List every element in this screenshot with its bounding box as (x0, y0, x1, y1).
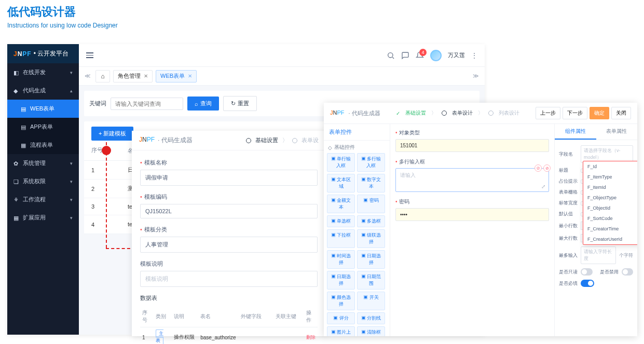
tab-form-props[interactable]: 表单属性 (596, 124, 638, 140)
user-name: 万又莲 (448, 51, 465, 59)
sidebar-item-workflow[interactable]: ⚘工作流程 ▾ (7, 190, 79, 209)
sidebar-item-system[interactable]: ✿系统管理 ▾ (7, 154, 79, 172)
flow-icon: ▦ (21, 142, 27, 148)
canvas-field-object-type[interactable]: 151001 (395, 139, 549, 152)
control-chip[interactable]: ▣ 日期范围 (357, 271, 385, 290)
home-icon: ⌂ (101, 73, 104, 80)
dropdown-item[interactable]: F_ItemType (583, 172, 637, 182)
close-button[interactable]: 关闭 (611, 107, 631, 119)
control-chip[interactable]: ▣ 图片上传 (327, 326, 355, 336)
template-name-input[interactable]: 调假申请 (140, 170, 318, 186)
control-chip[interactable]: ▣ 日期选择 (327, 271, 355, 290)
control-chip[interactable]: ▣ 评分 (327, 312, 355, 324)
reset-button[interactable]: ↻重置 (223, 96, 257, 111)
step-dot-icon (292, 138, 297, 143)
tab-component-props[interactable]: 组件属性 (555, 124, 596, 140)
expand-icon[interactable]: ⤢ (541, 184, 545, 189)
control-chip[interactable]: ▣ 级联选择 (357, 229, 385, 248)
basic-settings-panel: JNPF· 代码生成器 基础设置 〉 表单设 模板名称调假申请 模板编码QJ15… (132, 131, 326, 336)
close-icon[interactable]: ✕ (188, 73, 192, 79)
home-tab[interactable]: ⌂ (95, 70, 110, 82)
control-chip[interactable]: ▣ 单选框 (327, 215, 355, 227)
table-row[interactable]: 1主表操作权限base_authorize删除 (140, 327, 318, 345)
control-chip[interactable]: ▣ 开关 (357, 292, 385, 310)
section-title: 数据表 (140, 294, 318, 302)
search-button[interactable]: ⌕查询 (187, 97, 219, 111)
canvas-field-textarea[interactable]: 请输入 ℗⊘ ⤢ (395, 168, 549, 192)
copy-icon[interactable]: ℗ (535, 164, 542, 172)
next-step-button[interactable]: 下一步 (563, 107, 587, 119)
dropdown-item[interactable]: F_SortCode (583, 213, 637, 224)
dropdown-item[interactable]: F_ObjectType (583, 192, 637, 203)
more-icon[interactable]: ⋮ (471, 52, 477, 59)
control-chip[interactable]: ▣ 数字文本 (357, 174, 385, 192)
menu-toggle-button[interactable] (86, 52, 93, 58)
field-name-select[interactable]: 请选择字段名（v-model） (581, 145, 633, 163)
field-label: 模板编码 (140, 193, 318, 201)
control-chip[interactable]: ▣ 多行输入框 (357, 153, 385, 172)
template-desc-input[interactable]: 模板说明 (140, 271, 318, 287)
control-chip[interactable]: ▣ 清除框 (357, 326, 385, 336)
tab-role[interactable]: 角色管理✕ (113, 70, 153, 82)
step-dot-icon (246, 138, 251, 143)
canvas[interactable]: 对象类型151001 多行输入框 请输入 ℗⊘ ⤢ 密码•••• (390, 124, 554, 336)
disabled-toggle[interactable] (622, 268, 634, 276)
control-chip[interactable]: ▣ 时间选择 (327, 250, 355, 269)
control-chip[interactable]: ▣ 金额文本 (327, 195, 355, 213)
control-chip[interactable]: ▣ 日期选择 (357, 250, 385, 269)
required-toggle[interactable] (581, 280, 594, 287)
doc-subtitle: Instructions for using low code Designer (7, 22, 637, 29)
control-chip[interactable]: ▣ 下拉框 (327, 229, 355, 248)
readonly-toggle[interactable] (581, 268, 593, 276)
control-chip[interactable]: ▣ 多选框 (357, 215, 385, 227)
close-icon[interactable]: ✕ (144, 73, 148, 79)
sidebar-item-extension[interactable]: ▦扩展应用 ▾ (7, 209, 79, 227)
field-dropdown[interactable]: F_IdF_ItemTypeF_ItemIdF_ObjectTypeF_Obje… (583, 161, 637, 245)
max-chars-input[interactable]: 请输入字符长度 (581, 246, 616, 264)
control-chip[interactable]: ▣ 颜色选择 (327, 292, 355, 310)
grid-icon: ▦ (13, 215, 20, 221)
new-template-button[interactable]: + 新建模板 (91, 127, 133, 141)
shield-icon: ❏ (13, 178, 20, 185)
gear-icon: ✿ (13, 160, 20, 167)
dropdown-item[interactable]: F_Id (583, 161, 637, 172)
notification-badge: 4 (419, 49, 427, 56)
avatar[interactable] (430, 50, 442, 61)
sidebar-item-permission[interactable]: ❏系统权限 ▾ (7, 172, 79, 190)
control-chip[interactable]: ▣ 单行输入框 (327, 153, 355, 172)
chevron-down-icon: ▾ (70, 179, 73, 184)
canvas-field-password[interactable]: •••• (395, 208, 549, 221)
highlight-pin-icon (102, 146, 111, 155)
delete-link[interactable]: 删除 (306, 335, 316, 340)
check-icon: ✓ (396, 111, 400, 116)
dropdown-item[interactable]: F_CreatorUserId (583, 234, 637, 244)
template-category-input[interactable]: 人事管理 (140, 237, 318, 253)
control-chip[interactable]: ▣ 密码 (357, 195, 385, 213)
search-input[interactable] (111, 98, 183, 110)
sidebar-item-flow-form[interactable]: ▦流程表单 (7, 136, 79, 154)
chevron-up-icon: ▴ (70, 88, 73, 93)
bell-icon[interactable]: 4 (416, 51, 424, 60)
sidebar-item-codegen[interactable]: ◆代码生成 ▴ (7, 81, 79, 100)
confirm-button[interactable]: 确定 (590, 107, 609, 119)
sidebar-item-online-dev[interactable]: ◧在线开发 ▾ (7, 63, 79, 81)
sidebar-item-web-form[interactable]: ▤WEB表单 (7, 100, 79, 118)
dropdown-item[interactable]: F_CreatorTime (583, 224, 637, 234)
control-chip[interactable]: ▣ 分割线 (357, 312, 385, 324)
search-icon[interactable] (387, 51, 395, 60)
dropdown-item[interactable]: F_ItemId (583, 182, 637, 192)
prev-step-button[interactable]: 上一步 (536, 107, 560, 119)
template-code-input[interactable]: QJ15022L (140, 204, 318, 218)
delete-icon[interactable]: ⊘ (543, 164, 551, 172)
brand-suffix: • 云开发平台 (34, 49, 69, 58)
chat-icon[interactable] (401, 51, 409, 60)
control-chip[interactable]: ▣ 文本区域 (327, 174, 355, 192)
tabs-prev-button[interactable]: ≪ (83, 73, 92, 79)
sidebar-item-app-form[interactable]: ▤APP表单 (7, 118, 79, 136)
tabs-next-button[interactable]: ≫ (471, 73, 481, 79)
tab-webform[interactable]: WEB表单✕ (156, 70, 197, 82)
field-label: 模板名称 (140, 159, 318, 167)
dropdown-item[interactable]: F_ObjectId (583, 203, 637, 213)
controls-palette: 表单控件 ◇ 基础控件 ▣ 单行输入框▣ 多行输入框▣ 文本区域▣ 数字文本▣ … (324, 124, 390, 336)
code-icon: ◆ (13, 88, 20, 94)
